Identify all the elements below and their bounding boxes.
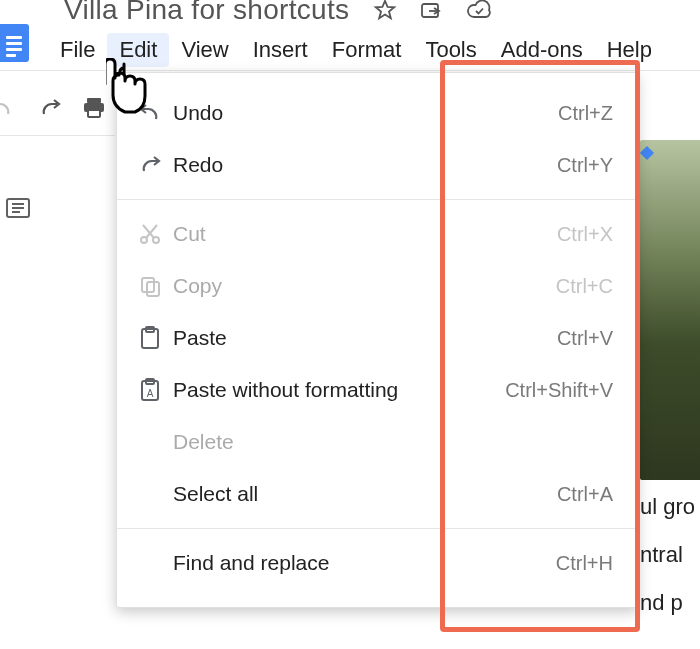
menu-item-label: Select all [167, 482, 557, 506]
menu-item-find-and-replace[interactable]: Find and replace Ctrl+H [117, 537, 637, 589]
svg-rect-3 [87, 98, 101, 103]
cut-icon [133, 223, 167, 245]
menu-item-label: Find and replace [167, 551, 556, 575]
menu-item-delete[interactable]: Delete [117, 416, 637, 468]
menu-insert[interactable]: Insert [241, 33, 320, 67]
menu-item-shortcut: Ctrl+Y [557, 154, 613, 177]
image-placeholder [640, 140, 700, 480]
menu-item-label: Cut [167, 222, 557, 246]
svg-rect-5 [88, 110, 100, 117]
toolbar [0, 90, 110, 126]
menu-item-paste-without-formatting[interactable]: A Paste without formatting Ctrl+Shift+V [117, 364, 637, 416]
paste-plain-icon: A [133, 378, 167, 402]
toolbar-divider [0, 135, 115, 136]
menu-item-copy[interactable]: Copy Ctrl+C [117, 260, 637, 312]
svg-marker-0 [376, 1, 394, 18]
menu-item-label: Undo [167, 101, 558, 125]
cloud-saved-icon[interactable] [465, 0, 493, 21]
menu-view[interactable]: View [169, 33, 240, 67]
outline-toggle-icon[interactable] [6, 198, 30, 222]
menu-item-shortcut: Ctrl+V [557, 327, 613, 350]
menu-item-label: Redo [167, 153, 557, 177]
title-actions [373, 0, 493, 22]
menu-item-undo[interactable]: Undo Ctrl+Z [117, 87, 637, 139]
menu-tools[interactable]: Tools [413, 33, 488, 67]
menu-item-select-all[interactable]: Select all Ctrl+A [117, 468, 637, 520]
undo-icon [133, 104, 167, 122]
menu-edit[interactable]: Edit [107, 33, 169, 67]
menu-item-label: Paste without formatting [167, 378, 505, 402]
menu-item-redo[interactable]: Redo Ctrl+Y [117, 139, 637, 191]
menu-item-shortcut: Ctrl+C [556, 275, 613, 298]
page-text-fragment-2: ntral [640, 534, 700, 576]
move-icon[interactable] [419, 0, 443, 22]
svg-text:A: A [147, 388, 154, 399]
menu-item-shortcut: Ctrl+H [556, 552, 613, 575]
menu-addons[interactable]: Add-ons [489, 33, 595, 67]
menu-item-label: Copy [167, 274, 556, 298]
menu-item-paste[interactable]: Paste Ctrl+V [117, 312, 637, 364]
edit-dropdown: Undo Ctrl+Z Redo Ctrl+Y Cut Ctrl+X [116, 72, 638, 608]
star-icon[interactable] [373, 0, 397, 22]
menu-help[interactable]: Help [595, 33, 664, 67]
toolbar-print-icon[interactable] [82, 97, 106, 119]
document-title[interactable]: Villa Pina for shortcuts [64, 0, 349, 26]
menu-item-shortcut: Ctrl+A [557, 483, 613, 506]
menubar: File Edit View Insert Format Tools Add-o… [48, 30, 700, 70]
toolbar-undo-icon[interactable] [0, 98, 16, 118]
docs-app-icon[interactable] [0, 24, 29, 62]
menu-item-shortcut: Ctrl+Z [558, 102, 613, 125]
menu-separator [117, 528, 637, 529]
menu-item-shortcut: Ctrl+Shift+V [505, 379, 613, 402]
menu-item-label: Paste [167, 326, 557, 350]
menu-item-label: Delete [167, 430, 613, 454]
menubar-divider [0, 70, 700, 71]
paste-icon [133, 326, 167, 350]
app-root: Villa Pina for shortcuts [0, 0, 700, 649]
redo-icon [133, 156, 167, 174]
toolbar-redo-icon[interactable] [36, 98, 62, 118]
copy-icon [133, 275, 167, 297]
menu-item-cut[interactable]: Cut Ctrl+X [117, 208, 637, 260]
page-background: ul gro ntral nd p [640, 140, 700, 624]
title-row: Villa Pina for shortcuts [0, 0, 700, 30]
menu-file[interactable]: File [48, 33, 107, 67]
menu-item-shortcut: Ctrl+X [557, 223, 613, 246]
menu-format[interactable]: Format [320, 33, 414, 67]
menu-separator [117, 199, 637, 200]
page-text-fragment-3: nd p [640, 582, 700, 624]
page-text-fragment-1: ul gro [640, 486, 700, 528]
